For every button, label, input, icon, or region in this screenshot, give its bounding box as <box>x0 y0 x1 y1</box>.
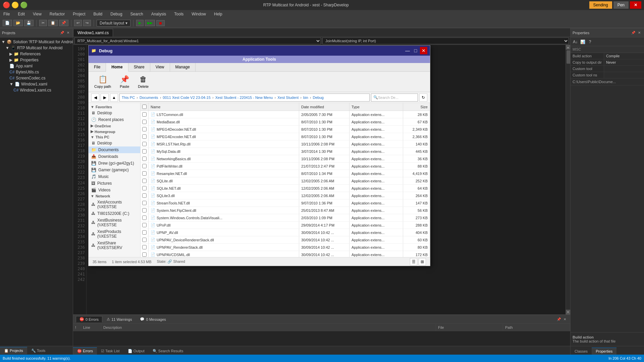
run-btn[interactable]: ▶ <box>136 20 144 26</box>
fe-refresh-btn[interactable]: ↻ <box>419 94 427 102</box>
props-pin-btn[interactable]: 📌 <box>631 30 636 36</box>
table-row[interactable]: 📄 MySql.Data.dll 3/07/2014 1:30 PM Appli… <box>141 148 430 155</box>
table-row[interactable]: 📄 UPNPAV_DeviceRendererStack.dll 30/09/2… <box>141 236 430 244</box>
stop-btn[interactable]: ⏹ <box>156 20 165 26</box>
ribbon-tab-share[interactable]: Share <box>128 63 150 71</box>
ribbon-btn-paste[interactable]: 📌 Paste <box>117 73 132 90</box>
sidebar-item-xestaccounts[interactable]: 🖧 XestAccounts (\\XESTSE <box>89 199 140 210</box>
row-checkbox[interactable] <box>142 120 147 124</box>
row-check[interactable] <box>141 192 149 199</box>
new-file-btn[interactable]: 📄 <box>3 20 12 26</box>
props-sort-alpha-btn[interactable]: A↓ <box>572 39 579 45</box>
fe-maximize-btn[interactable]: □ <box>412 47 419 54</box>
fe-up-btn[interactable]: ▲ <box>110 94 118 102</box>
undo-btn[interactable]: ↩ <box>74 20 82 26</box>
props-help-btn[interactable]: ? <box>587 39 593 45</box>
row-check[interactable] <box>141 126 149 133</box>
fe-header-size[interactable]: Size <box>403 103 430 111</box>
table-row[interactable]: 📄 System.Windows.Controls.DataVisuali...… <box>141 214 430 222</box>
search-box[interactable]: 🔍 Search De... <box>371 94 418 102</box>
row-checkbox[interactable] <box>142 112 147 117</box>
row-checkbox[interactable] <box>142 171 147 176</box>
method-dropdown[interactable]: JoinMulticast(string IP, int Port) <box>322 38 569 44</box>
table-row[interactable]: 📄 SQLite.NET.dll 12/02/2005 2:06 AM Appl… <box>141 185 430 192</box>
select-all-checkbox[interactable] <box>142 105 147 109</box>
copy-btn[interactable]: 📋 <box>48 20 58 26</box>
tree-window1-xaml-cs[interactable]: C# Window1.xaml.cs <box>0 87 73 93</box>
row-check[interactable] <box>141 236 149 243</box>
ribbon-tab-view[interactable]: View <box>150 63 170 71</box>
sidebar-item-pc-desktop[interactable]: 🖥 Desktop <box>89 140 140 146</box>
row-check[interactable] <box>141 118 149 125</box>
props-val-build-action[interactable]: Compile <box>604 53 644 59</box>
row-check[interactable] <box>141 199 149 206</box>
row-checkbox[interactable] <box>142 208 147 213</box>
table-row[interactable]: 📄 UPNPAV_RendererStack.dll 30/09/2014 10… <box>141 244 430 251</box>
ribbon-tab-home[interactable]: Home <box>106 63 128 72</box>
sidebar-favorites-group[interactable]: ▼ Favorites <box>89 104 140 110</box>
crumb-xestcode[interactable]: 0011 Xest Code V2 23-04-15 <box>163 96 211 100</box>
cut-btn[interactable]: ✂ <box>39 20 47 26</box>
table-row[interactable]: 📄 MPEG4Decoder.NET.dll 8/07/2010 1:30 PM… <box>141 126 430 133</box>
sidebar-thispc-group[interactable]: ▼ This PC <box>89 134 140 140</box>
menu-search[interactable]: Search <box>128 11 145 17</box>
crumb-bin[interactable]: bin <box>303 96 308 100</box>
table-row[interactable]: 📄 UPnP.dll 29/09/2014 4:17 PM Applicatio… <box>141 222 430 229</box>
bottom-tab-tasklist[interactable]: ☑ Task List <box>97 347 124 355</box>
layout-dropdown[interactable]: Default layout ▾ <box>97 20 130 26</box>
row-checkbox[interactable] <box>142 142 147 146</box>
panel-pin-btn[interactable]: 📌 <box>59 30 65 36</box>
row-check[interactable] <box>141 111 149 118</box>
row-check[interactable] <box>141 148 149 155</box>
ribbon-tab-file[interactable]: File <box>89 63 106 71</box>
fe-header-type[interactable]: Type <box>350 103 403 111</box>
row-checkbox[interactable] <box>142 238 147 242</box>
crumb-debug[interactable]: Debug <box>313 96 324 100</box>
tree-project[interactable]: ▼ 📱 RTP Multicast for Android <box>0 45 73 51</box>
menu-edit[interactable]: Edit <box>16 11 27 17</box>
row-checkbox[interactable] <box>142 134 147 139</box>
bottom-tab-output[interactable]: 📄 Output <box>124 347 149 355</box>
sending-button[interactable]: Sending <box>589 1 612 9</box>
sidebar-item-pc-videos[interactable]: 🎬 Videos <box>89 187 140 193</box>
fe-tile-view-btn[interactable]: ⊞ <box>419 258 426 265</box>
row-check[interactable] <box>141 163 149 170</box>
tree-solution[interactable]: ▼ 📦 Solution 'RTP Multicast for Android' <box>0 39 73 45</box>
row-check[interactable] <box>141 133 149 140</box>
row-checkbox[interactable] <box>142 223 147 227</box>
debug-run-btn[interactable]: ▶▶ <box>145 20 155 26</box>
row-checkbox[interactable] <box>142 164 147 168</box>
sidebar-network-group[interactable]: ▼ Network <box>89 193 140 199</box>
crumb-xeststudent2[interactable]: Xest Student <box>277 96 299 100</box>
row-check[interactable] <box>141 251 149 257</box>
table-row[interactable]: 📄 SQLite3.dll 12/02/2005 2:06 AM Applica… <box>141 192 430 199</box>
table-row[interactable]: 📄 MediaBase.dll 8/07/2010 1:30 PM Applic… <box>141 118 430 126</box>
row-checkbox[interactable] <box>142 230 147 235</box>
tab-messages[interactable]: 💬 0 Messages <box>136 316 169 322</box>
menu-debug[interactable]: Debug <box>108 11 124 17</box>
menu-view[interactable]: View <box>31 11 44 17</box>
table-row[interactable]: 📄 MPEG4Encoder.NET.dll 8/07/2010 1:30 PM… <box>141 133 430 140</box>
crumb-documents[interactable]: Documents <box>140 96 158 100</box>
ribbon-btn-copy-path[interactable]: 📋 Copy path <box>91 73 114 90</box>
ribbon-btn-delete[interactable]: 🗑 Delete <box>135 73 152 90</box>
row-checkbox[interactable] <box>142 193 147 198</box>
tab-projects[interactable]: 📋 Projects <box>0 347 27 354</box>
editor-tab-window1[interactable]: Window1.xaml.cs <box>73 29 113 37</box>
paste-btn[interactable]: 📌 <box>59 20 68 26</box>
row-checkbox[interactable] <box>142 245 147 249</box>
menu-tools[interactable]: Tools <box>172 11 185 17</box>
props-close-btn[interactable]: ✕ <box>637 30 642 36</box>
address-bar[interactable]: This PC › Documents › 0011 Xest Code V2 … <box>119 94 370 102</box>
fe-back-btn[interactable]: ◀ <box>91 94 99 102</box>
sidebar-item-pc-downloads[interactable]: 📥 Downloads <box>89 153 140 160</box>
menu-refactor[interactable]: Refactor <box>48 11 67 17</box>
menu-file[interactable]: File <box>1 11 12 17</box>
props-categorize-btn[interactable]: 📊 <box>579 39 586 45</box>
table-row[interactable]: 📄 MSR.LST.Net.Rtp.dll 10/11/2006 2:08 PM… <box>141 140 430 148</box>
row-check[interactable] <box>141 207 149 214</box>
menu-analysis[interactable]: Analysis <box>149 11 168 17</box>
sidebar-item-xestshare[interactable]: 🖧 XestShare (\\XESTSERV <box>89 240 140 251</box>
row-checkbox[interactable] <box>142 127 147 131</box>
tree-references[interactable]: ▶ 📁 References <box>0 51 73 57</box>
